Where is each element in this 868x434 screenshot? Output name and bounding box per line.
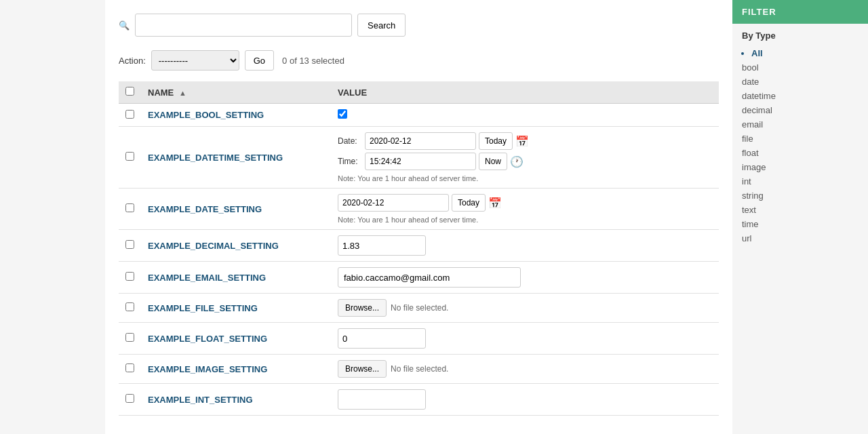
- today-button[interactable]: Today: [479, 132, 513, 150]
- row-value-cell: [331, 384, 719, 416]
- filter-header: FILTER: [732, 0, 868, 24]
- row-checkbox[interactable]: [125, 240, 134, 249]
- number-input[interactable]: [338, 235, 426, 256]
- col-name-header[interactable]: NAME ▲: [141, 81, 331, 104]
- search-button[interactable]: Search: [357, 14, 406, 37]
- row-value-cell: Browse...No file selected.: [331, 294, 719, 323]
- table-row: EXAMPLE_FILE_SETTINGBrowse...No file sel…: [119, 294, 719, 323]
- filter-panel: FILTER By Type Allbooldatedatetimedecima…: [732, 0, 868, 434]
- bool-checkbox[interactable]: [338, 109, 347, 119]
- filter-item-date[interactable]: date: [742, 75, 859, 89]
- date-label: Date:: [338, 136, 362, 146]
- row-value-cell: [331, 230, 719, 262]
- filter-section-title: By Type: [742, 31, 859, 41]
- action-bar: Action: ---------- Go 0 of 13 selected: [119, 50, 719, 71]
- row-name-link[interactable]: EXAMPLE_BOOL_SETTING: [148, 110, 264, 120]
- date-input[interactable]: [365, 132, 476, 150]
- no-file-label: No file selected.: [391, 303, 448, 313]
- row-name-link[interactable]: EXAMPLE_FLOAT_SETTING: [148, 334, 267, 344]
- row-value-cell: [331, 104, 719, 127]
- email-input[interactable]: [338, 267, 521, 288]
- action-select[interactable]: ----------: [151, 50, 239, 71]
- col-value-header: VALUE: [331, 81, 719, 104]
- now-button[interactable]: Now: [479, 153, 507, 170]
- filter-item-decimal[interactable]: decimal: [742, 103, 859, 117]
- clock-icon[interactable]: 🕐: [510, 155, 524, 168]
- table-row: EXAMPLE_BOOL_SETTING: [119, 104, 719, 127]
- row-value-cell: Today 📅 Note: You are 1 hour ahead of se…: [331, 189, 719, 230]
- filter-item-all[interactable]: All: [751, 46, 859, 60]
- main-content: 🔍 Search Action: ---------- Go 0 of 13 s…: [105, 0, 732, 434]
- row-checkbox[interactable]: [125, 394, 134, 403]
- datetime-widget: Date: Today 📅Time: Now 🕐Note: You are 1 …: [338, 132, 712, 182]
- row-name-link[interactable]: EXAMPLE_INT_SETTING: [148, 395, 253, 405]
- datetime-note: Note: You are 1 hour ahead of server tim…: [338, 174, 712, 182]
- selected-count: 0 of 13 selected: [282, 56, 344, 66]
- number-input[interactable]: [338, 328, 426, 349]
- search-input[interactable]: [135, 14, 352, 37]
- date-input[interactable]: [338, 194, 449, 212]
- row-value-cell: [331, 323, 719, 355]
- action-label: Action:: [119, 56, 146, 66]
- search-bar: 🔍 Search: [119, 14, 719, 37]
- settings-table: NAME ▲ VALUE EXAMPLE_BOOL_SETTINGEXAMPLE…: [119, 81, 719, 416]
- row-checkbox[interactable]: [125, 333, 134, 342]
- filter-section: By Type Allbooldatedatetimedecimalemailf…: [732, 24, 868, 252]
- row-name-link[interactable]: EXAMPLE_FILE_SETTING: [148, 303, 258, 313]
- table-row: EXAMPLE_FLOAT_SETTING: [119, 323, 719, 355]
- row-value-cell: [331, 262, 719, 294]
- sidebar-left: [0, 0, 105, 434]
- search-icon: 🔍: [119, 20, 130, 31]
- filter-item-url[interactable]: url: [742, 231, 859, 245]
- row-checkbox[interactable]: [125, 302, 134, 311]
- no-file-label: No file selected.: [391, 364, 448, 374]
- filter-item-text[interactable]: text: [742, 203, 859, 217]
- row-name-link[interactable]: EXAMPLE_IMAGE_SETTING: [148, 364, 267, 374]
- filter-item-float[interactable]: float: [742, 146, 859, 160]
- table-row: EXAMPLE_IMAGE_SETTINGBrowse...No file se…: [119, 355, 719, 384]
- row-checkbox[interactable]: [125, 363, 134, 372]
- table-row: EXAMPLE_DECIMAL_SETTING: [119, 230, 719, 262]
- filter-item-image[interactable]: image: [742, 160, 859, 174]
- row-name-link[interactable]: EXAMPLE_EMAIL_SETTING: [148, 273, 266, 283]
- date-note: Note: You are 1 hour ahead of server tim…: [338, 216, 712, 224]
- filter-items-list: Allbooldatedatetimedecimalemailfilefloat…: [742, 46, 859, 245]
- today-button[interactable]: Today: [452, 194, 486, 212]
- date-widget: Today 📅 Note: You are 1 hour ahead of se…: [338, 194, 712, 224]
- number-input[interactable]: [338, 389, 426, 410]
- browse-button[interactable]: Browse...: [338, 360, 387, 378]
- calendar-icon[interactable]: 📅: [488, 197, 502, 210]
- row-checkbox[interactable]: [125, 110, 134, 119]
- row-checkbox[interactable]: [125, 203, 134, 212]
- table-row: EXAMPLE_DATE_SETTING Today 📅 Note: You a…: [119, 189, 719, 230]
- time-input[interactable]: [365, 153, 476, 170]
- row-name-link[interactable]: EXAMPLE_DATE_SETTING: [148, 204, 262, 214]
- calendar-icon[interactable]: 📅: [515, 135, 529, 148]
- go-button[interactable]: Go: [245, 50, 274, 71]
- filter-item-datetime[interactable]: datetime: [742, 89, 859, 103]
- filter-item-int[interactable]: int: [742, 174, 859, 189]
- time-label: Time:: [338, 157, 362, 166]
- table-row: EXAMPLE_DATETIME_SETTINGDate: Today 📅Tim…: [119, 127, 719, 189]
- row-value-cell: Date: Today 📅Time: Now 🕐Note: You are 1 …: [331, 127, 719, 189]
- filter-item-time[interactable]: time: [742, 217, 859, 231]
- row-name-link[interactable]: EXAMPLE_DATETIME_SETTING: [148, 153, 283, 163]
- filter-item-file[interactable]: file: [742, 132, 859, 146]
- table-row: EXAMPLE_INT_SETTING: [119, 384, 719, 416]
- sort-arrow-icon: ▲: [179, 89, 186, 97]
- row-checkbox[interactable]: [125, 272, 134, 281]
- row-checkbox[interactable]: [125, 152, 134, 161]
- filter-item-email[interactable]: email: [742, 117, 859, 132]
- select-all-checkbox[interactable]: [125, 87, 134, 96]
- filter-item-string[interactable]: string: [742, 189, 859, 203]
- table-row: EXAMPLE_EMAIL_SETTING: [119, 262, 719, 294]
- browse-button[interactable]: Browse...: [338, 299, 387, 317]
- row-value-cell: Browse...No file selected.: [331, 355, 719, 384]
- filter-item-bool[interactable]: bool: [742, 60, 859, 75]
- row-name-link[interactable]: EXAMPLE_DECIMAL_SETTING: [148, 241, 279, 251]
